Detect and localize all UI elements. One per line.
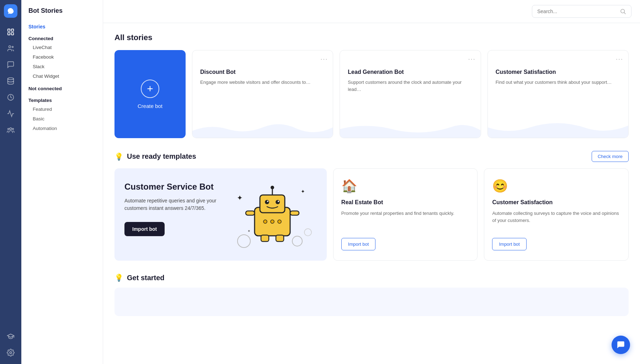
sidebar-item-featured[interactable]: Featured	[21, 104, 103, 114]
template-card-csat: 😊 Customer Satisfaction Automate collect…	[484, 168, 629, 261]
sidebar-item-chatwidget[interactable]: Chat Widget	[21, 71, 103, 81]
bot-card-title-discount: Discount Bot	[200, 69, 325, 75]
templates-section-title: Use ready templates	[127, 152, 196, 161]
bot-card-desc-lead: Support customers around the clock and a…	[348, 79, 473, 93]
robot-illustration: ✦ ✦ ✦	[226, 175, 326, 254]
svg-point-8	[10, 128, 12, 130]
svg-point-33	[292, 236, 302, 246]
bot-card-title-satisfaction: Customer Satisfaction	[496, 69, 620, 75]
main-content: All stories + Create bot ··· Discount Bo…	[103, 0, 640, 364]
svg-point-34	[304, 229, 311, 236]
import-bot-button-csat[interactable]: Import bot	[492, 238, 527, 250]
svg-point-12	[621, 9, 625, 13]
svg-rect-0	[8, 29, 10, 31]
svg-line-13	[624, 12, 625, 14]
create-plus-icon: +	[141, 80, 159, 98]
get-started-card	[114, 288, 629, 316]
svg-rect-22	[246, 211, 255, 215]
icon-bar	[0, 0, 21, 364]
svg-rect-23	[290, 211, 299, 215]
sidebar-title: Bot Stories	[21, 7, 103, 21]
svg-text:✦: ✦	[247, 229, 250, 233]
bot-card-discount: ··· Discount Bot Engage more website vis…	[192, 50, 333, 138]
bot-card-desc-satisfaction: Find out what your customers think about…	[496, 79, 620, 86]
sidebar-item-facebook[interactable]: Facebook	[21, 52, 103, 62]
bot-card-menu-discount[interactable]: ···	[320, 55, 328, 63]
app-logo[interactable]	[4, 4, 17, 18]
nav-dashboard[interactable]	[4, 25, 18, 39]
nav-data[interactable]	[4, 74, 18, 88]
svg-point-9	[8, 128, 9, 130]
svg-point-17	[276, 200, 280, 204]
svg-text:✦: ✦	[237, 194, 243, 202]
sidebar-item-automation[interactable]: Automation	[21, 124, 103, 133]
nav-chat[interactable]	[4, 58, 18, 72]
svg-point-10	[12, 128, 14, 130]
get-started-header: 💡 Get started	[114, 273, 629, 282]
svg-point-11	[10, 352, 12, 354]
create-bot-label: Create bot	[138, 103, 162, 109]
svg-rect-25	[276, 235, 284, 241]
check-more-button[interactable]: Check more	[592, 151, 629, 162]
all-stories-title: All stories	[114, 33, 629, 42]
nav-contacts[interactable]	[4, 41, 18, 55]
header	[103, 0, 640, 23]
svg-point-16	[265, 200, 269, 204]
search-icon	[620, 8, 626, 15]
csat-icon: 😊	[492, 179, 620, 194]
sidebar-templates-label: Templates	[21, 93, 103, 104]
featured-template-title: Customer Service Bot	[124, 181, 230, 192]
svg-text:✦: ✦	[301, 189, 305, 194]
sidebar-item-slack[interactable]: Slack	[21, 62, 103, 71]
svg-rect-15	[260, 195, 285, 213]
sidebar-not-connected-label: Not connected	[21, 81, 103, 93]
svg-point-26	[263, 220, 267, 223]
wave-decoration	[192, 117, 333, 138]
search-box[interactable]	[532, 5, 631, 18]
get-started-title: Get started	[127, 274, 165, 282]
realestate-desc: Promote your rental properties and find …	[341, 210, 470, 231]
svg-point-5	[12, 47, 14, 48]
bot-card-menu-satisfaction[interactable]: ···	[616, 55, 623, 63]
featured-template-card: Customer Service Bot Automate repetitive…	[114, 168, 327, 261]
realestate-icon: 🏠	[341, 179, 470, 194]
search-input[interactable]	[537, 9, 620, 14]
svg-point-6	[8, 78, 14, 80]
csat-title: Customer Satisfaction	[492, 199, 620, 206]
csat-desc: Automate collecting surveys to capture t…	[492, 210, 620, 231]
nav-settings[interactable]	[4, 346, 18, 360]
nav-analytics[interactable]	[4, 107, 18, 121]
bulb-icon-2: 💡	[114, 273, 123, 282]
chat-float-icon	[616, 340, 625, 349]
template-card-realestate: 🏠 Real Estate Bot Promote your rental pr…	[333, 168, 478, 261]
create-bot-card[interactable]: + Create bot	[114, 50, 186, 138]
content-area: All stories + Create bot ··· Discount Bo…	[103, 23, 640, 364]
svg-rect-24	[261, 235, 269, 241]
svg-rect-3	[11, 33, 14, 35]
bulb-icon: 💡	[114, 152, 123, 161]
nav-history[interactable]	[4, 90, 18, 104]
nav-team[interactable]	[4, 123, 18, 137]
sidebar-stories-label[interactable]: Stories	[21, 21, 103, 31]
bot-card-menu-lead[interactable]: ···	[468, 55, 476, 63]
import-bot-button-featured[interactable]: Import bot	[124, 222, 165, 236]
svg-rect-2	[8, 33, 10, 35]
svg-point-19	[278, 201, 279, 202]
svg-point-4	[9, 46, 11, 48]
featured-illustration: ✦ ✦ ✦	[225, 168, 326, 261]
nav-learn[interactable]	[4, 329, 18, 343]
template-cards-row: Customer Service Bot Automate repetitive…	[114, 168, 629, 261]
sidebar-item-basic[interactable]: Basic	[21, 114, 103, 124]
import-bot-button-realestate[interactable]: Import bot	[341, 238, 376, 250]
templates-header: 💡 Use ready templates Check more	[114, 151, 629, 162]
chat-float-button[interactable]	[612, 336, 630, 354]
sidebar-connected-label: Connected	[21, 31, 103, 43]
svg-point-28	[278, 220, 281, 223]
sidebar: Bot Stories Stories Connected LiveChat F…	[21, 0, 103, 364]
sidebar-item-livechat[interactable]: LiveChat	[21, 43, 103, 52]
wave-decoration-3	[488, 117, 628, 138]
svg-point-18	[267, 201, 268, 202]
svg-point-21	[271, 186, 274, 189]
svg-rect-1	[11, 29, 14, 31]
bot-card-desc-discount: Engage more website visitors and offer d…	[200, 79, 325, 86]
